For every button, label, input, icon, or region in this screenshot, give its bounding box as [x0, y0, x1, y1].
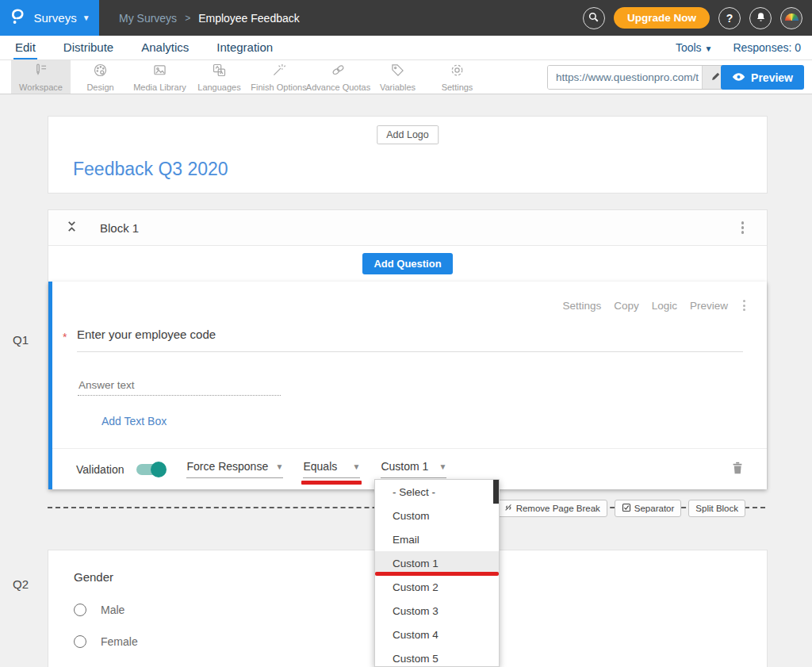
radio-button-icon[interactable]: [74, 604, 86, 616]
breadcrumb-current-survey: Employee Feedback: [198, 12, 300, 25]
search-icon: [588, 11, 599, 25]
block-card: Block 1 Add Question Settings Copy Logic…: [48, 209, 768, 489]
tools-menu[interactable]: Tools ▼: [676, 41, 712, 54]
collapse-block-button[interactable]: [66, 220, 78, 236]
add-logo-button[interactable]: Add Logo: [377, 125, 439, 144]
question-menu-button[interactable]: [741, 297, 748, 313]
editor-toolbar: Workspace Design Media Library Languages…: [0, 60, 812, 94]
split-block-button[interactable]: Split Block: [688, 500, 745, 517]
chevron-down-icon: ▼: [353, 462, 361, 471]
validation-value-dropdown[interactable]: Custom 1 ▼: [381, 460, 446, 478]
search-button[interactable]: [583, 7, 605, 29]
dropdown-option-email[interactable]: Email: [375, 527, 499, 551]
question-settings-link[interactable]: Settings: [562, 300, 601, 312]
pencil-icon: [710, 71, 722, 85]
question-text-row: * Enter your employee code: [52, 328, 743, 352]
chevron-down-icon: ▼: [276, 462, 284, 471]
operator-dropdown[interactable]: Equals ▼: [303, 460, 360, 478]
force-response-dropdown[interactable]: Force Response ▼: [186, 460, 283, 478]
block-header: Block 1: [48, 210, 767, 246]
chevron-down-icon: ▼: [704, 44, 712, 53]
help-button[interactable]: ?: [718, 7, 741, 29]
design-palette-icon: [92, 62, 109, 82]
breadcrumb-my-surveys[interactable]: My Surveys: [119, 12, 177, 25]
trash-icon: [730, 461, 743, 478]
question-copy-link[interactable]: Copy: [614, 300, 639, 312]
collapse-chevrons-icon: [66, 220, 78, 236]
question-logic-link[interactable]: Logic: [652, 300, 677, 312]
separator-button[interactable]: Separator: [615, 500, 682, 517]
toolbar-item-media-library[interactable]: Media Library: [130, 60, 190, 94]
answer-option-male[interactable]: Male: [74, 604, 124, 616]
tab-integration[interactable]: Integration: [215, 36, 274, 59]
magic-wand-icon: [270, 62, 287, 82]
add-question-row: Add Question: [48, 246, 767, 282]
answer-text-input[interactable]: [78, 377, 281, 396]
workspace-icon: [33, 62, 49, 82]
tab-analytics[interactable]: Analytics: [140, 36, 190, 59]
answer-option-female[interactable]: Female: [74, 635, 138, 648]
user-avatar[interactable]: [780, 7, 802, 29]
toolbar-item-settings[interactable]: Settings: [427, 60, 487, 94]
dropdown-scrollbar-thumb[interactable]: [493, 480, 499, 504]
tab-bar-right: Tools ▼ Responses: 0: [676, 36, 801, 59]
questionpro-logo-icon: [9, 7, 28, 29]
dropdown-option-custom4[interactable]: Custom 4: [375, 623, 499, 646]
validation-label: Validation: [76, 463, 124, 476]
question-actions: Settings Copy Logic Preview: [562, 297, 748, 313]
validation-toggle[interactable]: [136, 464, 165, 475]
dropdown-option-custom5[interactable]: Custom 5: [375, 646, 499, 667]
toolbar-item-variables[interactable]: Variables: [368, 60, 427, 94]
add-text-box-link[interactable]: Add Text Box: [102, 415, 167, 427]
notifications-button[interactable]: [749, 7, 772, 29]
survey-url-field: [547, 65, 730, 90]
surveys-product-menu[interactable]: Surveys ▼: [0, 0, 99, 36]
tab-edit[interactable]: Edit: [13, 36, 37, 59]
dropdown-option-custom3[interactable]: Custom 3: [375, 599, 499, 623]
chevron-down-icon: ▼: [82, 13, 90, 22]
question-text[interactable]: Gender: [74, 570, 113, 584]
validation-value-dropdown-menu: - Select - Custom Email Custom 1 Custom …: [374, 479, 500, 667]
upgrade-now-button[interactable]: Upgrade Now: [614, 7, 710, 29]
tab-distribute[interactable]: Distribute: [62, 36, 115, 59]
add-question-button[interactable]: Add Question: [362, 253, 452, 274]
chain-links-icon: [330, 62, 347, 82]
top-bar-actions: Upgrade Now ?: [583, 7, 802, 29]
delete-validation-button[interactable]: [730, 461, 743, 478]
survey-editor-page: Surveys ▼ My Surveys > Employee Feedback…: [0, 0, 812, 667]
dropdown-option-custom[interactable]: Custom: [375, 504, 499, 527]
annotation-equals-red-underline: [301, 481, 362, 485]
languages-translate-icon: [211, 62, 228, 82]
question-text[interactable]: Enter your employee code: [77, 328, 743, 352]
block-menu-button[interactable]: [738, 218, 748, 237]
toggle-knob: [151, 462, 167, 477]
checkbox-checked-icon: [622, 503, 631, 514]
page-break-buttons: Remove Page Break Separator Split Block: [496, 500, 745, 517]
dropdown-option-custom2[interactable]: Custom 2: [375, 575, 499, 599]
media-image-icon: [151, 62, 168, 82]
question-preview-link[interactable]: Preview: [690, 300, 728, 312]
gear-icon: [449, 62, 465, 82]
dropdown-option-select[interactable]: - Select -: [375, 480, 499, 504]
remove-page-break-button[interactable]: Remove Page Break: [496, 500, 607, 517]
breadcrumb-separator: >: [185, 13, 190, 24]
product-label: Surveys: [33, 11, 76, 25]
toolbar-item-languages[interactable]: Languages: [190, 60, 249, 94]
dropdown-option-custom1[interactable]: Custom 1: [375, 551, 499, 575]
responses-count[interactable]: Responses: 0: [733, 41, 801, 54]
survey-title[interactable]: Feedback Q3 2020: [73, 159, 228, 180]
survey-header-card: Add Logo Feedback Q3 2020: [48, 116, 768, 194]
preview-button[interactable]: Preview: [721, 65, 804, 90]
tag-icon: [389, 62, 406, 82]
chevron-down-icon: ▼: [439, 462, 447, 471]
breadcrumb: My Surveys > Employee Feedback: [119, 12, 300, 25]
toolbar-item-advance-quotas[interactable]: Advance Quotas: [308, 60, 368, 94]
block-title[interactable]: Block 1: [100, 221, 139, 235]
toolbar-item-design[interactable]: Design: [71, 60, 130, 94]
question-2-number-label: Q2: [13, 577, 29, 591]
survey-url-input[interactable]: [548, 66, 702, 89]
radio-button-icon[interactable]: [74, 635, 86, 648]
toolbar-item-finish-options[interactable]: Finish Options: [249, 60, 308, 94]
toolbar-item-workspace[interactable]: Workspace: [11, 60, 71, 94]
question-1-number-label: Q1: [13, 333, 29, 347]
